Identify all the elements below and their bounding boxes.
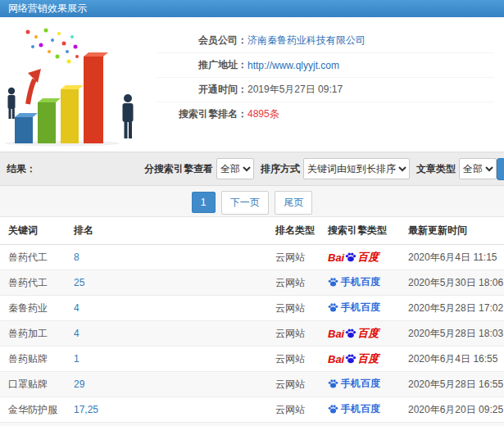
header-rank: 排名 [69, 217, 270, 245]
table-row: 兽药代工 25 云网站 手机百度 2020年5月30日 18:06 [0, 270, 504, 296]
rank-link[interactable]: 29 [74, 378, 84, 390]
baidu-mobile-logo: 手机百度 [328, 301, 380, 315]
chart-illustration [0, 17, 156, 152]
rank-type-cell: 云网站 [270, 321, 323, 347]
page-current[interactable]: 1 [192, 192, 216, 213]
keyword-cell: 兽药加工 [0, 321, 69, 347]
baidu-mobile-logo: 手机百度 [328, 377, 380, 391]
engine-select[interactable]: 全部 [216, 158, 254, 179]
rank-link[interactable]: 4 [74, 328, 79, 339]
table-header-row: 关键词 排名 排名类型 搜索引擎类型 最新更新时间 [0, 217, 504, 245]
baidu-paw-icon [328, 378, 338, 389]
keyword-cell: 兽药贴牌 [0, 347, 69, 372]
rank-link[interactable]: 8 [74, 252, 79, 263]
engine-cell: Bai百度 [323, 245, 403, 270]
rank-type-cell: 云网站 [270, 270, 323, 296]
time-cell: 2020年5月28日 18:03 [403, 321, 504, 347]
time-cell: 2020年6月4日 16:55 [403, 347, 504, 372]
company-name-link[interactable]: 济南秦鲁药业科技有限公司 [247, 34, 366, 48]
table-row: 兽药代工 8 云网站 Bai百度 2020年6月4日 11:15 [0, 245, 504, 270]
engine-cell: 手机百度 [323, 397, 403, 423]
page-title: 网络营销效果展示 [8, 2, 87, 14]
table-row: 兽药加工 4 云网站 Bai百度 2020年5月28日 18:03 [0, 321, 504, 347]
keyword-cell: 福建防护服 [0, 423, 69, 426]
keyword-cell: 秦鲁药业 [0, 296, 69, 321]
page-next[interactable]: 下一页 [221, 191, 269, 215]
engine-cell: 手机百度 [323, 372, 403, 397]
company-label: 会员公司： [156, 34, 247, 48]
pagination: 1 下一页 尾页 [0, 186, 504, 217]
header-engine-type: 搜索引擎类型 [323, 217, 403, 245]
info-row-company: 会员公司： 济南秦鲁药业科技有限公司 [156, 29, 494, 53]
engine-cell: Bai百度 [323, 347, 403, 372]
header-keyword: 关键词 [0, 217, 69, 245]
baidu-paw-icon [345, 328, 356, 339]
rank-link[interactable]: 4 [74, 302, 79, 314]
rank-type-cell: 云网站 [270, 372, 323, 397]
rank-count-value: 4895条 [247, 107, 279, 121]
table-row: 金华防护服 17,25 云网站 手机百度 2020年6月20日 09:25 [0, 397, 504, 423]
table-row: 兽药贴牌 1 云网站 Bai百度 2020年6月4日 16:55 [0, 347, 504, 372]
promo-url-link[interactable]: http://www.qlyyjt.com [247, 60, 339, 71]
keyword-cell: 金华防护服 [0, 397, 69, 423]
promo-url-label: 推广地址： [156, 58, 247, 72]
baidu-cn-text: 百度 [357, 351, 379, 366]
table-row: 口罩贴牌 29 云网站 手机百度 2020年5月28日 16:55 [0, 372, 504, 397]
baidu-paw-icon [345, 252, 356, 263]
article-type-select[interactable]: 全部 [459, 158, 497, 179]
submit-button[interactable]: 提交 [497, 158, 504, 180]
baidu-pc-logo: Bai百度 [328, 326, 379, 341]
company-info-panel: 会员公司： 济南秦鲁药业科技有限公司 推广地址： http://www.qlyy… [156, 17, 504, 152]
baidu-mobile-text: 手机百度 [341, 377, 380, 391]
engine-cell: 手机百度 [323, 296, 403, 321]
rank-link[interactable]: 25 [74, 277, 84, 288]
bar-chart-graphic [3, 22, 154, 147]
rank-type-cell: 云网站 [270, 397, 323, 423]
baidu-paw-icon [328, 404, 338, 415]
window-titlebar: 网络营销效果展示 [0, 0, 504, 17]
baidu-wordmark: Bai [328, 252, 344, 264]
open-time-value: 2019年5月27日 09:17 [247, 83, 343, 97]
engine-cell: 手机百度 [323, 423, 403, 426]
baidu-cn-text: 百度 [357, 250, 379, 265]
engine-cell: 手机百度 [323, 270, 403, 296]
time-cell: 2020年6月4日 11:10 [403, 423, 504, 426]
rank-type-cell: 云网站 [270, 245, 323, 270]
sort-label: 排序方式 [261, 162, 300, 176]
table-row: 秦鲁药业 4 云网站 手机百度 2020年5月28日 17:02 [0, 296, 504, 321]
table-row: 福建防护服 10 云网站 手机百度 2020年6月4日 11:10 [0, 423, 504, 426]
baidu-cn-text: 百度 [357, 326, 379, 341]
engine-cell: Bai百度 [323, 321, 403, 347]
baidu-mobile-text: 手机百度 [341, 301, 380, 315]
open-time-label: 开通时间： [156, 83, 247, 97]
results-table: 关键词 排名 排名类型 搜索引擎类型 最新更新时间 兽药代工 8 云网站 Bai… [0, 217, 504, 426]
info-row-open-time: 开通时间： 2019年5月27日 09:17 [156, 78, 494, 102]
sort-select[interactable]: 关键词由短到长排序 [303, 158, 410, 179]
rank-link[interactable]: 17,25 [74, 404, 98, 415]
rank-type-cell: 云网站 [270, 347, 323, 372]
time-cell: 2020年6月4日 11:15 [403, 245, 504, 270]
header-rank-type: 排名类型 [270, 217, 323, 245]
time-cell: 2020年6月20日 09:25 [403, 397, 504, 423]
page-last[interactable]: 尾页 [275, 191, 312, 215]
baidu-wordmark: Bai [328, 328, 344, 340]
rank-type-cell: 云网站 [270, 423, 323, 426]
baidu-paw-icon [328, 277, 338, 288]
baidu-mobile-text: 手机百度 [341, 402, 380, 416]
baidu-paw-icon [345, 353, 356, 365]
baidu-paw-icon [328, 302, 338, 313]
time-cell: 2020年5月28日 16:55 [403, 372, 504, 397]
rank-link[interactable]: 1 [74, 353, 79, 365]
article-type-label: 文章类型 [416, 162, 456, 176]
baidu-mobile-text: 手机百度 [341, 275, 380, 289]
time-cell: 2020年5月30日 18:06 [403, 270, 504, 296]
engine-filter-label: 分搜索引擎查看 [144, 162, 213, 176]
keyword-cell: 兽药代工 [0, 270, 69, 296]
result-label: 结果： [7, 162, 144, 176]
baidu-pc-logo: Bai百度 [328, 351, 379, 366]
header-update-time: 最新更新时间 [403, 217, 504, 245]
rank-count-label: 搜索引擎排名： [156, 107, 247, 121]
baidu-wordmark: Bai [328, 353, 344, 365]
filter-bar: 结果： 分搜索引擎查看 全部 排序方式 关键词由短到长排序 文章类型 全部 提交 [0, 152, 504, 186]
baidu-mobile-logo: 手机百度 [328, 402, 380, 416]
